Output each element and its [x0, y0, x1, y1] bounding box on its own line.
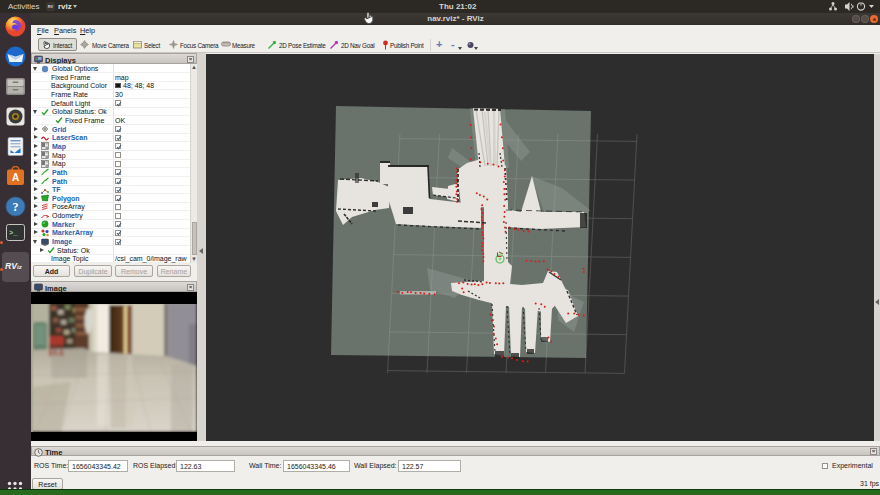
svg-text:?: ? — [13, 200, 19, 214]
svg-text:>_: >_ — [9, 229, 18, 237]
svg-text:A: A — [12, 172, 19, 183]
svg-text:RViz: RViz — [5, 261, 23, 271]
